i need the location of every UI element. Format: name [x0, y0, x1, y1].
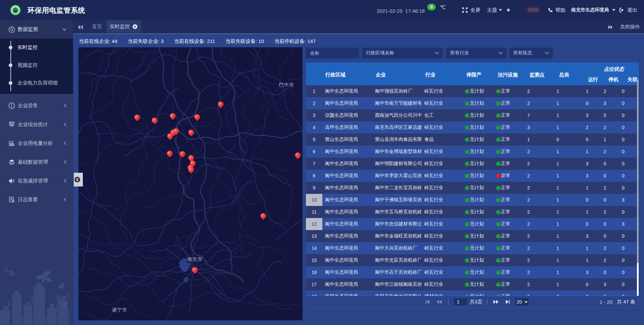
sidebar-item-label: 企业用电量分析: [18, 140, 53, 147]
table-row[interactable]: 14 阆中生态环境局 阆中大兴页岩机砖厂 砖瓦行业 无计划 正常 2 1 1 2…: [306, 242, 639, 254]
cell-run-count: 0: [572, 282, 596, 287]
tab-realtime-monitoring[interactable]: 实时监控: [106, 20, 141, 33]
facility-status-label: 正常: [501, 293, 511, 296]
table-row[interactable]: 1 阆中生态环境局 阆中强锐页岩砖厂 砖瓦行业 无计划 正常 2 1 1 2 0: [306, 85, 639, 97]
double-chevron-left-icon: [78, 25, 83, 30]
cell-production-status: 无计划: [453, 221, 495, 227]
production-status-label: 无计划: [470, 173, 484, 179]
organization-dropdown[interactable]: 南充市生态环境局: [571, 0, 615, 20]
page-number-input[interactable]: [454, 299, 467, 305]
table-row[interactable]: 4 高坪生态环境局 南充市高坪区王家店建 砖瓦行业 无计划 正常 3 1 2 2…: [306, 121, 639, 133]
cell-total-meter: 1: [543, 221, 572, 227]
fullscreen-button[interactable]: 全屏: [462, 0, 480, 20]
col-header-stop: 停机: [608, 76, 619, 83]
submenu-dot-icon: [9, 63, 12, 67]
last-page-button[interactable]: [505, 300, 510, 304]
next-page-button[interactable]: [493, 300, 499, 304]
sidebar-submenu-item[interactable]: 企业电力负荷明细: [0, 74, 73, 92]
table-scrollbar[interactable]: [637, 79, 639, 296]
cell-production-status: 无计划: [453, 173, 495, 179]
tab-close-icon[interactable]: [132, 24, 138, 29]
first-page-button[interactable]: [425, 300, 430, 304]
table-row[interactable]: 6 阆中生态环境局 阆中市金博瑞新型墙材 砖瓦行业 无计划 正常 2 1 1 2…: [306, 146, 639, 158]
cell-stop-count: 2: [596, 125, 614, 130]
cell-facility-status: 异常: [495, 173, 511, 179]
table-row[interactable]: 12 阆中生态环境局 阆中市忠信建材有限公 砖瓦行业 无计划 正常 2 1 0 …: [306, 218, 639, 230]
close-operations-button[interactable]: 关闭操作: [620, 24, 640, 30]
cell-company: 营山县润丰肉食品有限: [372, 137, 422, 143]
cell-facility-status: 正常: [495, 221, 511, 227]
stat-value: 44: [112, 38, 117, 44]
cell-production-status: 无计划: [453, 197, 495, 203]
table-row[interactable]: 11 阆中生态环境局 阆中市五马桥页岩机砖 砖瓦行业 无计划 正常 2 1 1 …: [306, 206, 639, 218]
cell-production-status: 无计划: [453, 293, 495, 296]
previous-page-button[interactable]: [436, 300, 442, 304]
cell-facility-status: 正常: [495, 209, 511, 215]
region-filter-select[interactable]: 行政区域名称: [362, 48, 443, 58]
notifications-button[interactable]: [519, 0, 525, 20]
megaphone-icon: [8, 177, 15, 184]
cell-production-status: 无计划: [453, 257, 495, 263]
cell-row-number: 3: [306, 109, 322, 121]
cell-stop-count: 2: [596, 246, 614, 251]
industry-filter-select[interactable]: 所有行业: [446, 48, 506, 58]
stat-label: 当前在线企业: [79, 38, 109, 44]
cell-industry: 砖瓦行业: [422, 124, 453, 130]
sidebar-menu-item[interactable]: 基础数据管理: [0, 153, 73, 171]
theme-dropdown[interactable]: 主题: [487, 0, 502, 20]
cell-facility-status: 正常: [495, 293, 511, 296]
table-row[interactable]: 8 阆中生态环境局 阆中市枣碧大梁山页岩 砖瓦行业 无计划 异常 2 1 3 0…: [306, 170, 639, 182]
stat-value: 3: [161, 38, 163, 44]
sidebar-submenu-item[interactable]: 视频监控: [0, 56, 73, 74]
status-dot-icon: [496, 125, 500, 130]
table-row[interactable]: 5 营山生态环境局 营山县润丰肉食品有限 食品 无计划 正常 1 0 0 1 0: [306, 133, 639, 146]
table-scrollbar-thumb[interactable]: [637, 263, 639, 296]
cell-total-meter: 1: [543, 282, 572, 287]
cell-run-count: 3: [572, 233, 596, 239]
logout-icon: [619, 7, 625, 13]
facility-status-label: 正常: [501, 197, 511, 203]
sidebar-group-data-monitoring[interactable]: 数据监测: [0, 20, 73, 39]
speaker-button[interactable]: [506, 0, 510, 20]
table-row[interactable]: 16 阆中生态环境局 阆中市石子页岩机砖厂 砖瓦行业 无计划 正常 2 1 3 …: [306, 266, 639, 278]
sidebar-menu-item[interactable]: 企业用电量分析: [0, 134, 73, 153]
table-row[interactable]: 18 南部生态环境局 南部县珠华水泥有限公 建材行业 无计划 正常 6 2 3 …: [306, 290, 639, 296]
cell-row-number: 9: [306, 182, 322, 194]
cell-offline-count: 0: [614, 89, 639, 94]
map-panel[interactable]: 巴中市南充市遂宁市: [78, 47, 303, 320]
table-row[interactable]: 2 阆中生态环境局 阆中市南方节能建材有 砖瓦行业 无计划 正常 2 1 0 3…: [306, 97, 639, 109]
logout-button[interactable]: 退出: [619, 0, 637, 20]
sidebar-menu-item[interactable]: 企业异常: [0, 96, 73, 115]
cell-offline-count: 0: [614, 185, 639, 191]
page-size-select[interactable]: 20: [515, 298, 529, 306]
table-row[interactable]: 13 阆中生态环境局 阆中市金福旺页岩机砖 砖瓦行业 无计划 正常 2 1 3 …: [306, 230, 639, 242]
table-row[interactable]: 7 阆中生态环境局 阆中明阳建材有限公司 砖瓦行业 无计划 正常 2 1 3 0…: [306, 158, 639, 170]
table-row[interactable]: 3 仪陇生态环境局 西南油气田分公司川中 化工 无计划 正常 7 1 3 5 0: [306, 109, 639, 121]
double-chevron-right-icon[interactable]: [608, 25, 612, 29]
table-row[interactable]: 9 阆中生态环境局 阆中市二龙长宝页岩砖 砖瓦行业 无计划 正常 2 1 1 2…: [306, 182, 639, 194]
stat-label: 当前失联设备: [225, 38, 256, 44]
facility-status-label: 正常: [501, 209, 511, 215]
cell-monitor-points: 2: [511, 173, 543, 178]
cell-industry: 砖瓦行业: [422, 281, 453, 287]
sidebar-submenu-item[interactable]: 实时监控: [0, 39, 73, 56]
cell-row-number: 4: [306, 121, 322, 133]
temperature-badge: 0: [427, 4, 436, 10]
production-status-label: 无计划: [470, 281, 484, 287]
table-row[interactable]: 10 阆中生态环境局 阆中千佛镇五郎垭页岩 砖瓦行业 无计划 正常 2 1 0 …: [306, 194, 639, 206]
map-collapse-button[interactable]: [74, 173, 83, 186]
status-filter-select[interactable]: 所有状态: [509, 48, 553, 58]
name-filter-input[interactable]: [306, 48, 359, 58]
sidebar-menu-item[interactable]: 应急减排管理: [0, 171, 73, 190]
notification-count-badge[interactable]: 2632: [526, 6, 541, 13]
submenu-item-label: 视频监控: [17, 62, 38, 68]
cell-production-status: 无计划: [453, 161, 495, 167]
cell-monitor-points: 2: [511, 197, 543, 203]
help-button[interactable]: 帮助: [548, 0, 566, 20]
sidebar-menu-item[interactable]: 企业综合统计: [0, 115, 73, 134]
pagination-total-label: 共 47 条: [617, 299, 635, 305]
sidebar-menu-item[interactable]: 日志查看: [0, 190, 73, 209]
table-row[interactable]: 17 阆中生态环境局 阆中市江南镇阆南页岩 砖瓦行业 无计划 正常 2 1 0 …: [306, 278, 639, 290]
facility-status-label: 正常: [501, 137, 511, 143]
table-row[interactable]: 15 阆中生态环境局 阆中市光富页岩机砖厂 砖瓦行业 无计划 正常 2 1 1 …: [306, 254, 639, 266]
